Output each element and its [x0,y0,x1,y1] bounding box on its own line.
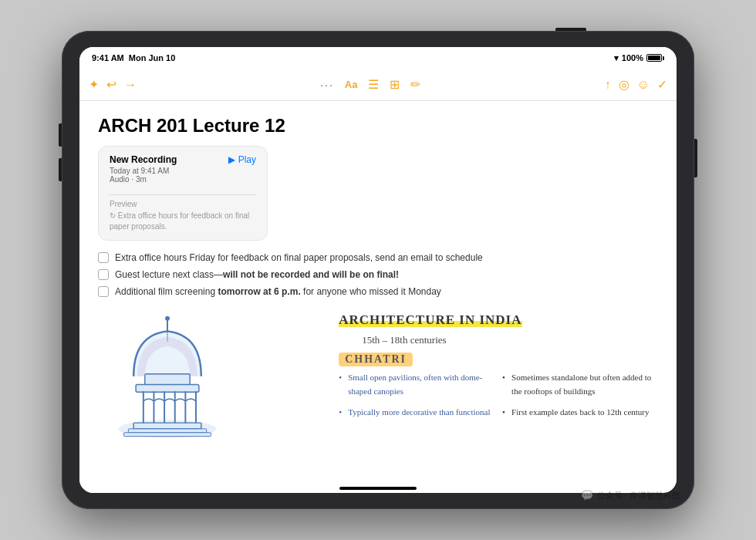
checkbox-3[interactable] [98,286,109,297]
check-item-1: Extra office hours Friday for feedback o… [98,251,658,265]
status-time: 9:41 AM [92,53,124,62]
battery-icon [646,54,664,62]
recording-preview-text: ↻ Extra office hours for feedback on fin… [110,211,256,232]
watermark-icon: 💬 [581,490,593,501]
ipad-screen: 9:41 AM Mon Jun 10 ▾ 100% ✦ ↩ → ··· Aa [79,47,677,493]
redo-icon[interactable]: → [124,78,137,92]
pencil-icon[interactable]: ✏ [410,77,420,92]
play-button[interactable]: ▶ Play [228,154,256,165]
hw-bullet-4: First example dates back to 12th century [502,406,658,420]
handwritten-canvas: ARCHITECTURE IN INDIA 15th – 18th centur… [98,309,658,468]
note-content: ARCH 201 Lecture 12 New Recording Today … [79,101,677,478]
recording-card: New Recording Today at 9:41 AM Audio · 3… [98,146,268,241]
svg-rect-4 [136,385,199,393]
status-right: ▾ 100% [614,53,664,63]
ipad-device: 9:41 AM Mon Jun 10 ▾ 100% ✦ ↩ → ··· Aa [62,31,694,509]
top-button[interactable] [555,28,586,31]
list-icon[interactable]: ☰ [368,77,379,92]
hw-bullet-2: Typically more decorative than functiona… [339,406,494,420]
arch-title: ARCHITECTURE IN INDIA [339,312,521,327]
scissor-icon[interactable]: ✦ [89,77,99,92]
note-title: ARCH 201 Lecture 12 [98,115,658,137]
text-format-icon[interactable]: Aa [345,79,358,90]
power-button[interactable] [694,139,697,177]
search-icon[interactable]: ◎ [619,77,629,92]
checklist-icon[interactable]: ✓ [657,77,667,92]
home-bar-line [339,487,417,490]
checklist: Extra office hours Friday for feedback o… [98,251,658,298]
dome-drawing-area [98,309,350,468]
battery-label: 100% [622,53,643,62]
volume-down-button[interactable] [59,158,62,181]
hw-bullet-3: Sometimes standalone but often added to … [502,371,658,398]
svg-point-2 [165,316,170,321]
hw-bullet-1: Small open pavilions, often with dome-sh… [339,371,494,398]
handwritten-section: ARCHITECTURE IN INDIA 15th – 18th centur… [98,309,658,468]
recording-time: Today at 9:41 AM [110,167,177,175]
recording-meta: Audio · 3m [110,175,177,184]
recording-title: New Recording [110,154,177,165]
hw-columns: Small open pavilions, often with dome-sh… [339,371,658,420]
svg-rect-13 [124,433,211,437]
volume-up-button[interactable] [59,123,62,147]
check-text-3: Additional film screening tomorrow at 6 … [115,285,441,299]
collaborator-icon[interactable]: ☺ [637,78,650,92]
arch-subtitle: 15th – 18th centuries [362,334,658,346]
status-date: Mon Jun 10 [129,53,176,62]
wifi-icon: ▾ [614,53,619,63]
recording-divider [110,194,256,195]
checkbox-1[interactable] [98,252,109,263]
recording-preview-label: Preview [110,200,256,208]
more-dots[interactable]: ··· [320,79,334,91]
status-bar: 9:41 AM Mon Jun 10 ▾ 100% [79,47,677,69]
watermark: 💬 公众号 · 奇谱智慧科技 [581,490,680,501]
handwritten-text-area: ARCHITECTURE IN INDIA 15th – 18th centur… [339,309,658,468]
chhatri-label: CHHATRI [339,353,413,366]
dome-svg [98,312,245,455]
check-item-2: Guest lecture next class—will not be rec… [98,268,658,282]
toolbar: ✦ ↩ → ··· Aa ☰ ⊞ ✏ ↑ ◎ ☺ ✓ [79,69,677,101]
toolbar-left: ✦ ↩ → [89,77,137,92]
undo-icon[interactable]: ↩ [106,77,116,92]
check-text-2: Guest lecture next class—will not be rec… [115,268,399,282]
hw-col-right: Sometimes standalone but often added to … [502,371,658,420]
share-icon[interactable]: ↑ [605,78,611,92]
table-icon[interactable]: ⊞ [390,77,400,92]
svg-rect-11 [133,424,201,430]
check-item-3: Additional film screening tomorrow at 6 … [98,285,658,299]
toolbar-center: ··· Aa ☰ ⊞ ✏ [320,77,420,92]
checkbox-2[interactable] [98,269,109,280]
check-text-1: Extra office hours Friday for feedback o… [115,251,483,265]
svg-rect-12 [128,429,206,433]
toolbar-right: ↑ ◎ ☺ ✓ [605,77,667,92]
hw-col-left: Small open pavilions, often with dome-sh… [339,371,494,420]
watermark-text: 公众号 · 奇谱智慧科技 [597,490,680,501]
